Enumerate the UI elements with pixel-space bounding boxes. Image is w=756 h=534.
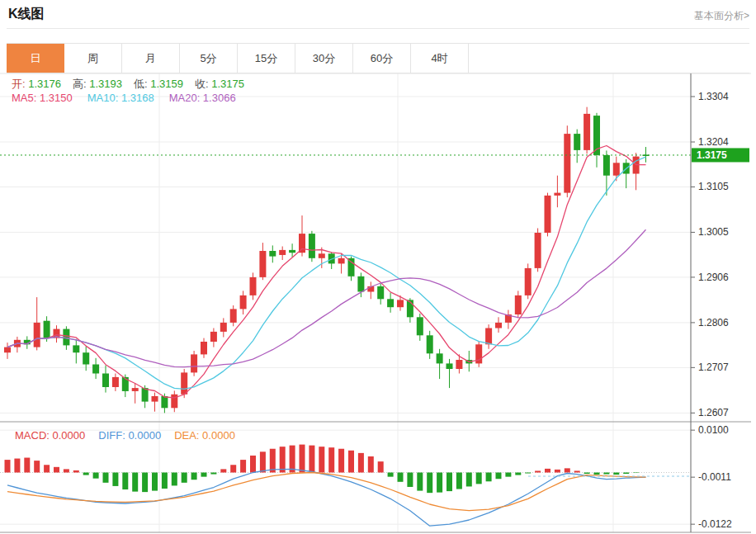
current-price-badge: 1.3175: [692, 148, 749, 162]
macd-legend: MACD: 0.0000DIFF: 0.0000DEA: 0.0000: [15, 429, 248, 442]
price-tick-label: 1.3204: [698, 136, 729, 148]
legend-item: DIFF: 0.0000: [98, 429, 161, 442]
price-tick-label: 1.3005: [698, 226, 729, 238]
legend-item: MA5: 1.3150: [12, 92, 73, 104]
candles-layer: [4, 107, 650, 413]
macd-tick-label: -0.0011: [698, 471, 731, 483]
ma-legend: MA5: 1.3150MA10: 1.3168MA20: 1.3066: [12, 92, 251, 104]
price-tick-label: 1.2707: [698, 362, 729, 373]
macd-histogram: [5, 445, 640, 494]
macd-tick-label: 0.0100: [698, 424, 729, 436]
macd-tick-label: -0.0122: [698, 518, 732, 530]
kline-widget: K线图 基本面分析> 日周月5分15分30分60分4时 1.33041.3204…: [0, 0, 756, 534]
price-tick-label: 1.3105: [698, 181, 729, 192]
ma10-line: [7, 157, 646, 389]
legend-item: MACD: 0.0000: [15, 429, 85, 442]
price-tick-label: 1.2607: [698, 407, 729, 418]
price-tick-label: 1.2806: [698, 317, 729, 328]
current-price-value: 1.3175: [697, 149, 727, 161]
price-tick-label: 1.2906: [698, 272, 729, 283]
price-tick-label: 1.3304: [698, 91, 729, 102]
legend-item: 收: 1.3175: [195, 78, 244, 90]
ma5-line: [7, 146, 646, 398]
legend-item: 高: 1.3193: [73, 78, 122, 90]
ohlc-legend: 开: 1.3176高: 1.3193低: 1.3159收: 1.3175: [12, 77, 256, 92]
legend-item: DEA: 0.0000: [174, 429, 235, 442]
legend-item: MA10: 1.3168: [87, 92, 154, 104]
legend-item: 开: 1.3176: [12, 78, 61, 90]
legend-item: 低: 1.3159: [134, 78, 183, 90]
legend-item: MA20: 1.3066: [169, 92, 236, 104]
